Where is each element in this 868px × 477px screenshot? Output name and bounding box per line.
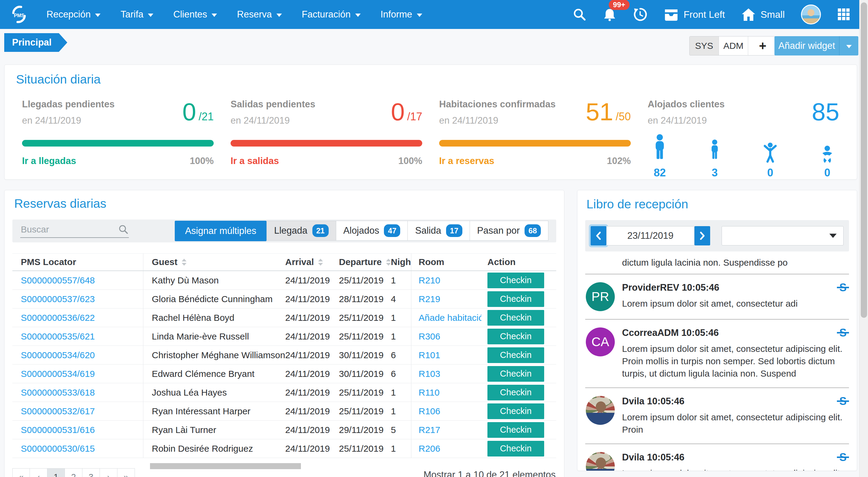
date-prev-button[interactable] xyxy=(591,226,606,245)
svg-text:PMS: PMS xyxy=(14,13,25,18)
page-2-button[interactable]: 2 xyxy=(65,468,83,477)
pms-locator-link[interactable]: S0000000534/619 xyxy=(21,369,95,379)
go-to-llegadas-link[interactable]: Ir a llegadas xyxy=(22,156,76,166)
add-widget-dropdown[interactable] xyxy=(839,36,858,56)
col-arrival[interactable]: Arrival xyxy=(285,253,339,270)
s-strikethrough-icon[interactable]: S xyxy=(839,328,846,338)
room-link[interactable]: R210 xyxy=(418,275,440,285)
menu-tarifa[interactable]: Tarifa xyxy=(120,9,153,20)
s-strikethrough-icon[interactable]: S xyxy=(839,452,846,463)
checkin-button[interactable]: Checkin xyxy=(488,310,544,326)
departure-cell: 25/11/2019 xyxy=(339,327,391,345)
nights-cell: 1 xyxy=(391,402,411,420)
menu-informe[interactable]: Informe xyxy=(380,9,422,20)
page-3-button[interactable]: 3 xyxy=(83,468,100,477)
tab-label: Llegada xyxy=(274,225,307,236)
card-label: Alojados clientes xyxy=(648,99,725,110)
add-widget-button[interactable]: Añadir widget xyxy=(774,36,839,56)
go-to-reservas-link[interactable]: Ir a reservas xyxy=(439,156,494,166)
checkin-button[interactable]: Checkin xyxy=(488,329,544,344)
assign-multiple-button[interactable]: Asignar múltiples xyxy=(175,221,267,241)
room-link[interactable]: R106 xyxy=(418,406,440,416)
progress-bar-llegadas xyxy=(22,140,214,146)
inbox-front-left[interactable]: Front Left xyxy=(664,7,725,22)
room-link[interactable]: R306 xyxy=(418,331,440,342)
pms-logo[interactable]: PMS xyxy=(9,4,29,25)
col-nights[interactable]: Nights xyxy=(391,253,411,270)
col-room[interactable]: Room xyxy=(411,253,482,270)
tab-adm[interactable]: ADM xyxy=(719,36,748,55)
horizontal-scrollbar[interactable] xyxy=(150,463,301,469)
page-first-button[interactable]: « xyxy=(12,468,30,477)
checkin-button[interactable]: Checkin xyxy=(488,403,544,419)
nights-cell: 1 xyxy=(391,271,411,289)
page-scrollbar[interactable] xyxy=(859,0,868,477)
pms-locator-link[interactable]: S0000000536/622 xyxy=(21,313,95,323)
checkin-button[interactable]: Checkin xyxy=(488,273,544,288)
checkin-button[interactable]: Checkin xyxy=(488,366,544,382)
room-link[interactable]: R217 xyxy=(418,425,440,435)
log-filter-select[interactable] xyxy=(722,226,843,245)
checkin-button[interactable]: Checkin xyxy=(488,385,544,400)
date-next-button[interactable] xyxy=(694,226,710,245)
arrival-cell: 24/11/2019 xyxy=(285,439,339,458)
search-icon[interactable] xyxy=(572,7,586,22)
col-pms-locator[interactable]: PMS Locator xyxy=(12,253,143,270)
page-scrollbar-thumb[interactable] xyxy=(861,2,867,318)
log-entry-text: Lorem ipsum dolor sit amet, consectetur … xyxy=(622,297,848,310)
checkin-button[interactable]: Checkin xyxy=(488,422,544,438)
page-prev-button[interactable]: ‹ xyxy=(30,468,48,477)
search-icon xyxy=(118,224,129,235)
tab-pasan-por[interactable]: Pasan por 68 xyxy=(470,221,548,241)
col-departure[interactable]: Departure xyxy=(339,253,391,270)
menu-reserva[interactable]: Reserva xyxy=(237,9,282,20)
room-link[interactable]: R206 xyxy=(418,444,440,454)
pms-locator-link[interactable]: S0000000532/617 xyxy=(21,406,95,416)
tab-llegada[interactable]: Llegada 21 xyxy=(267,221,336,241)
checkin-button[interactable]: Checkin xyxy=(488,441,544,456)
tab-count-badge: 47 xyxy=(384,224,400,237)
tab-sys[interactable]: SYS xyxy=(690,36,719,55)
pms-locator-link[interactable]: S0000000531/616 xyxy=(21,425,95,435)
s-strikethrough-icon[interactable]: S xyxy=(839,282,846,293)
col-guest[interactable]: Guest xyxy=(143,253,285,270)
log-overflow-text: dictum ligula lacinia non. Suspendisse p… xyxy=(585,251,849,274)
pms-locator-link[interactable]: S0000000534/620 xyxy=(21,350,95,360)
room-link[interactable]: R101 xyxy=(418,350,440,360)
s-strikethrough-icon[interactable]: S xyxy=(839,396,846,407)
checkin-button[interactable]: Checkin xyxy=(488,347,544,363)
page-next-button[interactable]: › xyxy=(100,468,117,477)
page-last-button[interactable]: » xyxy=(117,468,135,477)
daily-status-title: Situación diaria xyxy=(16,73,848,86)
home-small[interactable]: Small xyxy=(741,7,785,22)
pms-locator-link[interactable]: S0000000557/648 xyxy=(21,275,95,285)
checkin-button[interactable]: Checkin xyxy=(488,291,544,307)
room-link[interactable]: R219 xyxy=(418,294,440,304)
log-entry-text: Lorem ipsum dolor sit amet, consectetur … xyxy=(622,467,848,471)
pms-locator-link[interactable]: S0000000535/621 xyxy=(21,331,95,342)
page-1-button[interactable]: 1 xyxy=(48,468,65,477)
search-box[interactable] xyxy=(20,224,129,238)
search-input[interactable] xyxy=(20,224,112,235)
add-room-link[interactable]: Añade habitación xyxy=(418,313,482,323)
tab-salida[interactable]: Salida 17 xyxy=(408,221,470,241)
room-link[interactable]: R103 xyxy=(418,369,440,379)
tab-alojados[interactable]: Alojados 47 xyxy=(336,221,408,241)
add-widget-split-button[interactable]: Añadir widget xyxy=(774,36,858,56)
date-field[interactable]: 23/11/2019 xyxy=(606,226,694,245)
menu-recepcion[interactable]: Recepción xyxy=(46,9,100,20)
history-icon[interactable] xyxy=(633,7,647,22)
menu-facturacion[interactable]: Facturación xyxy=(302,9,361,20)
room-link[interactable]: R110 xyxy=(418,387,440,398)
notifications-bell-icon[interactable]: 99+ xyxy=(603,7,617,22)
pms-locator-link[interactable]: S0000000533/618 xyxy=(21,387,95,398)
pms-locator-link[interactable]: S0000000530/615 xyxy=(21,444,95,454)
pms-locator-link[interactable]: S0000000537/623 xyxy=(21,294,95,304)
go-to-salidas-link[interactable]: Ir a salidas xyxy=(230,156,279,166)
breadcrumb[interactable]: Principal xyxy=(4,33,67,52)
apps-grid-icon[interactable] xyxy=(837,8,850,21)
menu-clientes[interactable]: Clientes xyxy=(173,9,217,20)
chevron-down-icon xyxy=(148,13,153,17)
add-tab-button[interactable]: + xyxy=(748,36,777,55)
user-avatar[interactable] xyxy=(801,4,821,25)
